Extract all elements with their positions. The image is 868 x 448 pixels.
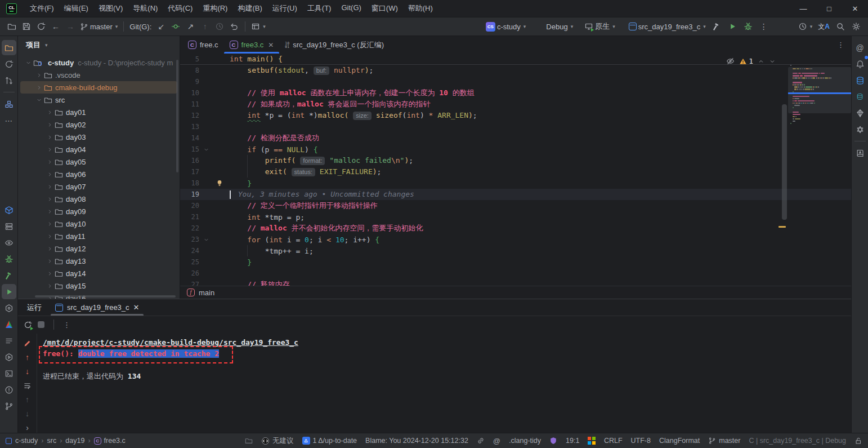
status-clazy[interactable] bbox=[549, 437, 557, 445]
branch-widget[interactable]: master▾ bbox=[78, 19, 120, 34]
tool-pull-requests[interactable] bbox=[2, 73, 16, 88]
back-button[interactable]: ← bbox=[48, 19, 63, 34]
tree-item-day13[interactable]: day13 bbox=[20, 255, 177, 267]
code-line-16[interactable]: 16 printf( format: "malloc failed\n"); bbox=[180, 155, 851, 166]
close-button[interactable]: ✕ bbox=[842, 0, 868, 17]
tool-terminal[interactable] bbox=[2, 366, 16, 381]
breadcrumb-src[interactable]: src bbox=[47, 437, 56, 445]
menu-Git(G)[interactable]: Git(G) bbox=[336, 1, 366, 16]
tree-item-day07[interactable]: day07 bbox=[20, 180, 177, 193]
tool-todo[interactable] bbox=[2, 333, 16, 348]
tool-profiler[interactable] bbox=[2, 349, 16, 365]
search-everywhere-button[interactable] bbox=[833, 19, 848, 34]
project-widget[interactable]: CSc-study▾ bbox=[484, 19, 528, 34]
open-project-button[interactable] bbox=[5, 19, 19, 34]
menu-代码(C)[interactable]: 代码(C) bbox=[163, 1, 198, 16]
tool-git-branches[interactable] bbox=[2, 398, 16, 414]
status-ms-toolchain[interactable] bbox=[588, 437, 596, 445]
profiler-button[interactable]: ▾ bbox=[796, 19, 815, 34]
menu-窗口(W)[interactable]: 窗口(W) bbox=[366, 1, 403, 16]
editor-tab-free.c[interactable]: Cfree.c bbox=[182, 36, 224, 54]
forward-button[interactable]: → bbox=[63, 19, 78, 34]
minimize-button[interactable]: — bbox=[790, 0, 816, 17]
code-line-13[interactable]: 13 bbox=[180, 121, 851, 132]
tree-item-cmake-build-debug[interactable]: cmake-build-debug bbox=[20, 81, 177, 94]
tool-dataframe[interactable] bbox=[853, 89, 867, 104]
menu-工具(T)[interactable]: 工具(T) bbox=[302, 1, 337, 16]
code-line-19[interactable]: 19You, 3 minutes ago • Uncommitted chang… bbox=[180, 189, 851, 200]
code-line-11[interactable]: 11 // 如果成功，malloc 将会返回一个指向该内存的指针 bbox=[180, 99, 851, 110]
tool-structure[interactable] bbox=[2, 96, 16, 112]
tree-item-day14[interactable]: day14 bbox=[20, 267, 177, 280]
tab-more-button[interactable]: ⋮ bbox=[837, 36, 844, 54]
editor-tab-src_day19_free3_c (反汇编)[interactable]: 1001src_day19_free3_c (反汇编) bbox=[279, 36, 390, 54]
rerun-button[interactable] bbox=[24, 320, 32, 329]
code-line-12[interactable]: 12 int *p = (int *)malloc( size: sizeof(… bbox=[180, 110, 851, 121]
menu-编辑(E)[interactable]: 编辑(E) bbox=[59, 1, 93, 16]
tree-item-day02[interactable]: day02 bbox=[20, 118, 177, 131]
translate-button[interactable]: 文A bbox=[816, 19, 832, 34]
breadcrumb-day19[interactable]: day19 bbox=[65, 437, 84, 445]
editor-scrollbar[interactable] bbox=[782, 104, 787, 220]
rollback-button[interactable] bbox=[227, 19, 241, 34]
reload-button[interactable] bbox=[34, 19, 48, 34]
status-run-context[interactable]: C | src_day19_free3_c | Debug bbox=[749, 437, 846, 445]
code-line-26[interactable]: 26 bbox=[180, 268, 851, 279]
tool-services[interactable] bbox=[2, 219, 16, 234]
project-horizontal-scrollbar[interactable] bbox=[35, 295, 176, 298]
tool-ai-assistant[interactable]: @ bbox=[853, 40, 867, 55]
save-all-button[interactable] bbox=[19, 19, 34, 34]
console-output[interactable]: /mnt/d/project/c-study/cmake-build-debug… bbox=[37, 334, 851, 433]
tool-run[interactable] bbox=[2, 284, 16, 299]
menu-构建(B)[interactable]: 构建(B) bbox=[232, 1, 267, 16]
tree-item-day12[interactable]: day12 bbox=[20, 242, 177, 255]
status-link[interactable] bbox=[477, 437, 485, 445]
debug-button[interactable] bbox=[741, 19, 755, 34]
code-line-20[interactable]: 20 // 定义一个临时指针用于移动指针操作 bbox=[180, 200, 851, 211]
project-panel-header[interactable]: 项目▾ bbox=[18, 36, 180, 54]
tool-memory-view[interactable] bbox=[2, 235, 16, 250]
code-line-10[interactable]: 10 // 使用 malloc 函数在堆上申请内存，创建一个长度为 10 的数组 bbox=[180, 87, 851, 99]
status-git-blame[interactable]: Blame: You 2024-12-20 15:12:32 bbox=[365, 437, 468, 445]
tool-debug[interactable] bbox=[2, 251, 16, 267]
minimap[interactable] bbox=[788, 54, 851, 185]
tool-gem[interactable] bbox=[853, 105, 867, 121]
tool-problems[interactable] bbox=[2, 382, 16, 397]
code-line-22[interactable]: 22 // malloc 并不会初始化内存空间，需要手动初始化 bbox=[180, 223, 851, 234]
scroll-down-button[interactable]: ↓ bbox=[21, 409, 34, 419]
menu-运行(U)[interactable]: 运行(U) bbox=[267, 1, 302, 16]
tree-item-day15[interactable]: day15 bbox=[20, 280, 177, 292]
project-vertical-scrollbar[interactable] bbox=[176, 60, 178, 172]
stop-button[interactable] bbox=[38, 321, 44, 328]
code-line-17[interactable]: 17 exit( status: EXIT_FAILURE); bbox=[180, 166, 851, 178]
breadcrumb-c-study[interactable]: c-study bbox=[15, 437, 38, 445]
commit-button[interactable] bbox=[168, 19, 183, 34]
up-stack-trace-button[interactable]: ↑ bbox=[21, 352, 34, 362]
cherry-pick-button[interactable]: ↑ bbox=[198, 19, 212, 34]
status-encoding[interactable]: UTF-8 bbox=[631, 437, 651, 445]
run-config-selector[interactable]: src_day19_free3_c▾ bbox=[627, 19, 708, 34]
tool-commit-sync[interactable] bbox=[2, 56, 16, 72]
settings-button[interactable] bbox=[849, 19, 863, 34]
status-caret-position[interactable]: 19:1 bbox=[566, 437, 579, 445]
tree-item-day11[interactable]: day11 bbox=[20, 230, 177, 242]
run-options-button[interactable]: ⋮ bbox=[63, 321, 70, 329]
history-button[interactable] bbox=[212, 19, 227, 34]
code-line-9[interactable]: 9 bbox=[180, 76, 851, 87]
tool-database[interactable] bbox=[853, 73, 867, 88]
tool-knot[interactable] bbox=[853, 122, 867, 137]
tree-item-day09[interactable]: day09 bbox=[20, 205, 177, 218]
close-icon[interactable]: ✕ bbox=[133, 303, 140, 312]
tree-item-.vscode[interactable]: .vscode bbox=[20, 69, 177, 81]
status-line-separator[interactable]: CRLF bbox=[604, 437, 623, 445]
status-ai-suggestions[interactable]: 无建议 bbox=[261, 436, 294, 446]
breadcrumb-free3.c[interactable]: free3.c bbox=[104, 437, 126, 445]
code-line-24[interactable]: 24 *tmp++ = i; bbox=[180, 245, 851, 256]
tool-documentation[interactable] bbox=[853, 145, 867, 161]
tool-more-tools[interactable]: ⋯ bbox=[2, 113, 16, 128]
tool-build[interactable] bbox=[2, 268, 16, 283]
menu-帮助(H)[interactable]: 帮助(H) bbox=[403, 1, 438, 16]
status-scratch-folder[interactable] bbox=[245, 437, 253, 445]
code-line-25[interactable]: 25 } bbox=[180, 256, 851, 268]
error-stripe-mark[interactable] bbox=[778, 226, 786, 228]
